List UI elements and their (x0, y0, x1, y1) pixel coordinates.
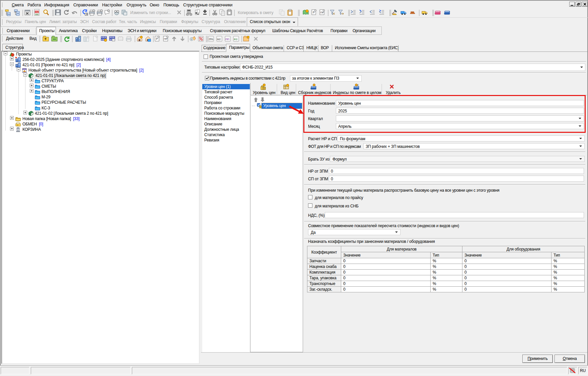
svg-text:PDF: PDF (35, 11, 39, 13)
svg-text:Ж: Ж (86, 13, 88, 15)
svg-text:P: P (156, 37, 158, 40)
svg-text:P: P (313, 11, 315, 14)
svg-text:ФЗ: ФЗ (234, 38, 237, 41)
svg-text:ПР: ПР (320, 11, 324, 14)
svg-text:М2: М2 (217, 38, 221, 41)
svg-text:ПП: ПП (225, 38, 229, 41)
svg-text:Σ: Σ (357, 84, 359, 86)
svg-text:ПР: ПР (164, 37, 168, 40)
svg-text:0%: 0% (209, 37, 213, 41)
